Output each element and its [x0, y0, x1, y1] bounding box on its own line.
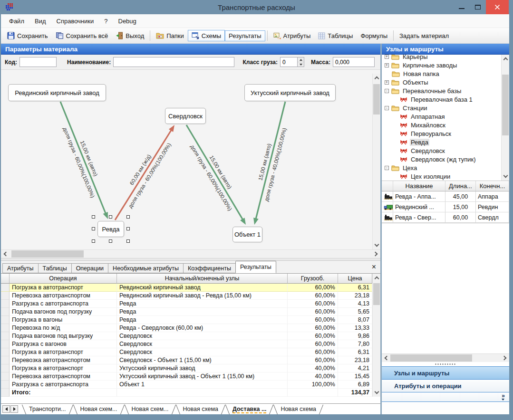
- tree-expander[interactable]: -: [385, 166, 389, 170]
- tree-expander[interactable]: +: [385, 55, 389, 59]
- tree-item[interactable]: -Станции: [382, 104, 509, 112]
- tree-item[interactable]: Свердловск: [382, 146, 509, 155]
- sheet-tab[interactable]: Новая схема: [273, 405, 323, 413]
- results-row[interactable]: Разгрузка с автотранспортаОбъект 1100,00…: [1, 381, 372, 389]
- menu-item[interactable]: Файл: [4, 18, 29, 25]
- scroll-up-arrow[interactable]: [502, 55, 509, 63]
- row-selector[interactable]: [1, 292, 10, 300]
- menu-item[interactable]: Справочники: [51, 18, 99, 25]
- toolbar-button[interactable]: Формулы: [357, 30, 391, 41]
- selection-handle[interactable]: [92, 239, 95, 243]
- results-row[interactable]: Подача вагонов под погрузкуРевда60,00%5,…: [1, 308, 372, 316]
- selection-handle[interactable]: [109, 215, 112, 219]
- row-selector[interactable]: [1, 364, 10, 372]
- results-column-header[interactable]: Начальный/конечный узлы: [117, 274, 288, 284]
- diagram-node-sverdlovsk[interactable]: Свердловск: [165, 108, 206, 124]
- row-selector[interactable]: [1, 332, 10, 340]
- selection-handle[interactable]: [109, 239, 112, 243]
- name-input[interactable]: [113, 57, 234, 67]
- tree-expander[interactable]: +: [385, 63, 389, 67]
- tree-item[interactable]: Первоуральск: [382, 129, 509, 138]
- results-column-header[interactable]: Операция: [10, 274, 117, 284]
- scroll-left-arrow[interactable]: [1, 250, 9, 258]
- nav-splitter-grip[interactable]: [382, 362, 509, 366]
- tree-item[interactable]: Свердловск (жд тупик): [382, 155, 509, 163]
- toolbar-button[interactable]: Таблицы: [314, 30, 357, 41]
- tree-vscrollbar[interactable]: [501, 55, 509, 181]
- results-vscrollbar[interactable]: [372, 274, 380, 397]
- panel-close-button[interactable]: ×: [372, 264, 376, 270]
- toolbar-button[interactable]: Атрибуты: [270, 30, 315, 41]
- scroll-thumb[interactable]: [373, 283, 380, 305]
- close-button[interactable]: [486, 0, 509, 14]
- results-row[interactable]: Перевозка автотранспортомРевдинский кирп…: [1, 292, 372, 300]
- tree-item[interactable]: -Перевалочные базы: [382, 86, 509, 95]
- toolbar-button[interactable]: Сохранить: [3, 30, 52, 41]
- cargo-class-input[interactable]: [280, 57, 297, 67]
- mass-input[interactable]: [333, 57, 375, 67]
- row-selector[interactable]: [1, 284, 10, 292]
- sheet-scroll-right-button[interactable]: [10, 405, 18, 413]
- row-selector[interactable]: [1, 348, 10, 356]
- tree-expander[interactable]: -: [385, 89, 389, 93]
- results-column-header[interactable]: Цена: [338, 274, 372, 284]
- results-row[interactable]: Погрузка в автотранспортРевдинский кирпи…: [1, 284, 372, 292]
- tree-item[interactable]: +Карьеры: [382, 55, 509, 61]
- code-input[interactable]: [19, 57, 57, 67]
- results-row[interactable]: Перевозка автотранспортомСвердловск - Об…: [1, 356, 372, 364]
- sheet-tab[interactable]: Новая схем...: [125, 405, 176, 413]
- minimize-button[interactable]: [454, 0, 470, 14]
- sheet-tab[interactable]: Транспорти...: [22, 405, 73, 413]
- diagram-canvas[interactable]: 15,00 км (авто)доля груза - 60,00%(100,0…: [1, 70, 380, 249]
- nav-button[interactable]: Атрибуты и операции: [382, 379, 509, 392]
- selection-handle[interactable]: [126, 227, 130, 230]
- row-selector[interactable]: [1, 300, 10, 308]
- scroll-up-arrow[interactable]: [373, 274, 381, 282]
- row-selector[interactable]: [1, 381, 10, 389]
- tree-item[interactable]: +Кирпичные заводы: [382, 61, 509, 69]
- scroll-thumb[interactable]: [502, 75, 509, 135]
- diagram-node-revda-plant[interactable]: Ревдинский кирпичный завод: [8, 84, 106, 101]
- results-row[interactable]: Разгрузка с вагоновСвердловск60,00%7,80: [1, 340, 372, 348]
- tree-item[interactable]: Цех изоляции: [382, 172, 509, 181]
- tree-expander[interactable]: +: [385, 80, 389, 85]
- scroll-thumb[interactable]: [11, 250, 84, 258]
- diagram-node-uktus-plant[interactable]: Уктусский кирпичный завод: [244, 84, 336, 101]
- selection-handle[interactable]: [92, 227, 95, 230]
- panel-tab[interactable]: Атрибуты: [2, 263, 39, 273]
- panel-tab[interactable]: Операции: [71, 263, 108, 273]
- diagram-vscrollbar[interactable]: [372, 74, 380, 249]
- row-selector[interactable]: [1, 308, 10, 316]
- scroll-down-arrow[interactable]: [373, 389, 381, 397]
- diagram-edge[interactable]: [115, 129, 172, 220]
- results-row[interactable]: Погрузка в автотранспортУктусский кирпич…: [1, 364, 372, 372]
- scroll-down-arrow[interactable]: [502, 172, 509, 181]
- diagram-edge[interactable]: [186, 125, 243, 220]
- selection-handle[interactable]: [126, 239, 130, 243]
- panel-tab[interactable]: Коэффициенты: [183, 263, 236, 273]
- menu-item[interactable]: Debug: [113, 18, 142, 25]
- menu-item[interactable]: Вид: [29, 18, 51, 25]
- row-selector[interactable]: [1, 340, 10, 348]
- sheet-tab[interactable]: Новая схема: [176, 405, 226, 413]
- results-row[interactable]: Погрузка в автотранспортСвердловск60,00%…: [1, 348, 372, 356]
- diagram-node-revda[interactable]: Ревда: [97, 221, 124, 237]
- tree-item[interactable]: Перевалочная база 1: [382, 95, 509, 104]
- menu-item[interactable]: ?: [99, 18, 113, 25]
- tree-item[interactable]: -Цеха: [382, 163, 509, 172]
- toolbar-button[interactable]: Схемы: [188, 30, 225, 41]
- sheet-tab[interactable]: Новая схем...: [73, 405, 125, 413]
- diagram-node-object-1[interactable]: Объект 1: [232, 227, 262, 242]
- results-row[interactable]: Разгрузка с автотранспортаРевда60,00%4,1…: [1, 300, 372, 308]
- toolbar-button[interactable]: Задать материал: [396, 30, 453, 41]
- results-row[interactable]: Погрузка в вагоныРевда60,00%8,07: [1, 316, 372, 324]
- selection-handle[interactable]: [126, 215, 130, 219]
- routes-row[interactable]: Ревда - Свер...60,00Свердл: [382, 212, 509, 223]
- toolbar-button[interactable]: Папки: [152, 30, 188, 41]
- tree-item[interactable]: +Объекты: [382, 78, 509, 86]
- tree-item[interactable]: Аппаратная: [382, 112, 509, 121]
- row-selector[interactable]: [1, 356, 10, 364]
- scroll-right-arrow[interactable]: [372, 250, 380, 258]
- scroll-left-arrow[interactable]: [382, 354, 390, 362]
- routes-row[interactable]: Ревда - Аппа...45,00Аппара: [382, 191, 509, 202]
